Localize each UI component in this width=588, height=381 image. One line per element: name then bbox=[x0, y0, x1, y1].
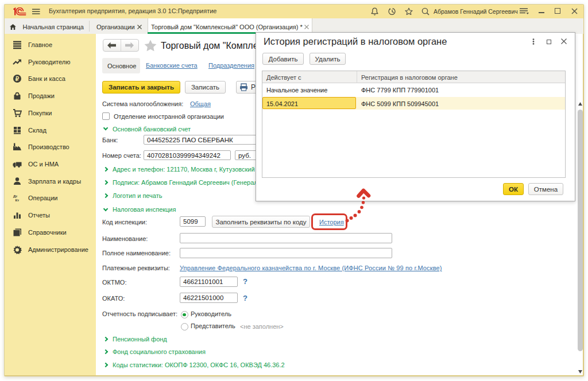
svg-text:Кт: Кт bbox=[15, 199, 19, 203]
svg-text:Дт: Дт bbox=[13, 194, 17, 198]
svg-text:₽: ₽ bbox=[16, 76, 20, 82]
